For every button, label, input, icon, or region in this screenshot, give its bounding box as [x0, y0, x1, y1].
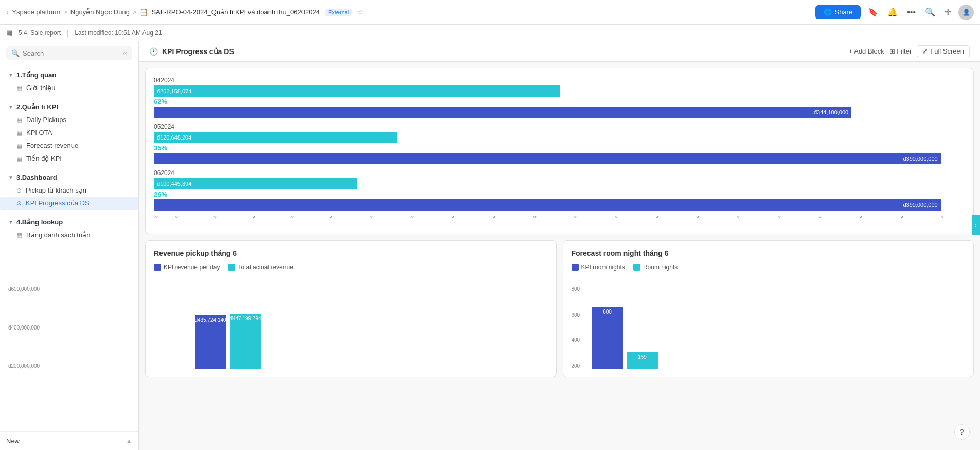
actual-bar-value: đ447,199,794: [229, 316, 261, 321]
table-icon: ▦: [16, 232, 22, 239]
group-header-bang-lookup[interactable]: ▼ 4.Bảng lookup: [0, 216, 138, 229]
sidebar-item-kpi-progress[interactable]: ⊙ KPI Progress của DS: [0, 197, 138, 210]
actual-bar-track: đ202,158,074: [154, 85, 965, 97]
y-label: 600: [572, 312, 580, 318]
group-header-quan-li-kpi[interactable]: ▼ 2.Quản lí KPI: [0, 100, 138, 113]
filter-button[interactable]: ⊞ Filter: [889, 47, 912, 55]
target-bar-value: đ390,000,000: [900, 202, 940, 208]
share-button[interactable]: 🌐 Share: [815, 5, 861, 19]
platform-link[interactable]: Yspace platform: [12, 8, 60, 16]
new-button[interactable]: New: [6, 437, 20, 445]
x-label: đ400,000,000: [940, 216, 961, 219]
star-icon[interactable]: ☆: [357, 8, 363, 16]
clock-icon: ⊙: [16, 187, 22, 194]
back-icon[interactable]: ‹: [6, 8, 9, 17]
x-label: đ140,000,000: [409, 216, 431, 219]
page-header-left: 🕐 KPI Progress của DS: [149, 47, 234, 56]
period-label: 062024: [154, 169, 965, 177]
help-button[interactable]: ?: [954, 424, 970, 440]
pct-label: 62%: [154, 98, 965, 106]
sidebar-item-pickup-khach-san[interactable]: ⊙ Pickup từ khách sạn: [0, 184, 138, 197]
group-label-tong-quan: 1.Tổng quan: [16, 71, 56, 79]
actual-bar-value: đ202,158,074: [154, 88, 194, 94]
sidebar-item-label: Bảng danh sách tuần: [26, 231, 90, 239]
legend-kpi-room: KPI room nights: [572, 264, 625, 271]
legend-label-kpi-room: KPI room nights: [581, 264, 625, 271]
avatar[interactable]: 👤: [958, 5, 974, 20]
revenue-chart-area: đ600,000,000 đ400,000,000 đ200,000,000 đ…: [154, 276, 548, 369]
search-input[interactable]: [23, 49, 120, 57]
kpi-bar-value: đ435,724,140: [194, 317, 226, 323]
sidebar-footer: New ▲: [0, 431, 138, 450]
actual-room-bar-group: 159: [627, 286, 658, 369]
sidebar-item-tien-do-kpi[interactable]: ▦ Tiến độ KPI: [0, 152, 138, 165]
sidebar-item-bang-danh-sach[interactable]: ▦ Bảng danh sách tuần: [0, 229, 138, 241]
target-bar-track: đ344,100,000: [154, 107, 965, 118]
add-block-button[interactable]: + Add Block: [849, 47, 884, 55]
sidebar-item-label: Pickup từ khách sạn: [26, 186, 86, 194]
y-label: 800: [572, 286, 580, 292]
last-modified: Last modified: 10:51 AM Aug 21: [75, 29, 162, 37]
separator: |: [67, 29, 68, 37]
actual-room-bar-value: 159: [638, 354, 647, 360]
more-icon[interactable]: •••: [905, 6, 918, 19]
doc-icon: ▦: [6, 29, 12, 37]
pct-label: 35%: [154, 144, 965, 152]
actual-room-bar: 159: [627, 352, 658, 369]
collapse-icon[interactable]: «: [123, 49, 127, 57]
fullscreen-label: Full Screen: [930, 47, 964, 55]
chevron-up-icon[interactable]: ▲: [126, 437, 132, 445]
target-bar-value: đ344,100,000: [811, 109, 851, 115]
page-title: KPI Progress của DS: [162, 47, 234, 56]
actual-bar-value: đ120,648,204: [154, 134, 194, 141]
sidebar-item-label: Tiến độ KPI: [26, 154, 62, 162]
breadcrumb-sep2: >: [133, 8, 137, 16]
main-layout: 🔍 « ▼ 1.Tổng quan ▦ Giới thiệu ▼ 2.Quản …: [0, 41, 980, 450]
sidebar-group-3: ▼ 3.Dashboard ⊙ Pickup từ khách sạn ⊙ KP…: [0, 168, 138, 213]
bar-chart-rows: 042024 đ202,158,074 62% đ344,100,000: [154, 77, 965, 211]
main-bar-chart-block: 042024 đ202,158,074 62% đ344,100,000: [145, 68, 974, 234]
sidebar-item-forecast-revenue[interactable]: ▦ Forecast revenue: [0, 139, 138, 152]
x-label: đ320,000,000: [777, 216, 798, 219]
revenue-chart-title: Revenue pickup tháng 6: [154, 249, 548, 257]
bar-row-042024: 042024 đ202,158,074 62% đ344,100,000: [154, 77, 965, 118]
group-header-tong-quan[interactable]: ▼ 1.Tổng quan: [0, 68, 138, 81]
forecast-chart-title: Forecast room night tháng 6: [572, 249, 966, 257]
x-label: đ100,000,000: [328, 216, 349, 219]
globe-icon: 🌐: [824, 8, 832, 16]
group-label-dashboard: 3.Dashboard: [16, 174, 57, 181]
x-label: đ180,000,000: [491, 216, 512, 219]
bar-row-052024: 052024 đ120,648,204 35% đ390,000,000: [154, 123, 965, 164]
fullscreen-button[interactable]: ⤢ Full Screen: [917, 45, 970, 57]
kpi-room-bar-group: 600: [592, 286, 623, 369]
sidebar-item-gioi-thieu[interactable]: ▦ Giới thiệu: [0, 81, 138, 94]
sidebar-item-kpi-ota[interactable]: ▦ KPI OTA: [0, 126, 138, 139]
user-link[interactable]: Nguyễn Ngọc Dũng: [70, 8, 130, 16]
sidebar-search-container: 🔍 «: [0, 41, 138, 65]
share-label: Share: [834, 8, 852, 16]
x-label: đ20,000,000: [174, 216, 193, 219]
right-edge-indicator[interactable]: ›: [972, 215, 980, 235]
x-label: đ240,000,000: [614, 216, 635, 219]
sidebar-item-label: Giới thiệu: [26, 84, 55, 92]
y-axis-labels: 800 600 400 200: [572, 286, 580, 369]
kpi-room-bar: 600: [592, 307, 623, 369]
actual-bar-track: đ100,445,394: [154, 178, 965, 189]
sidebar-item-daily-pickups[interactable]: ▦ Daily Pickups: [0, 113, 138, 126]
sidebar-group-4: ▼ 4.Bảng lookup ▦ Bảng danh sách tuần: [0, 213, 138, 245]
add-icon[interactable]: ✛: [942, 5, 953, 19]
table-icon: ▦: [16, 129, 22, 136]
x-label: đ80,000,000: [290, 216, 309, 219]
chevron-down-icon: ▼: [8, 72, 13, 78]
search-input-wrapper[interactable]: 🔍 «: [6, 46, 132, 60]
sidebar-group-2: ▼ 2.Quản lí KPI ▦ Daily Pickups ▦ KPI OT…: [0, 97, 138, 168]
actual-bar: đ120,648,204: [154, 132, 397, 143]
search-icon[interactable]: 🔍: [923, 5, 937, 19]
bell-icon[interactable]: 🔔: [885, 5, 900, 19]
group-header-dashboard[interactable]: ▼ 3.Dashboard: [0, 171, 138, 184]
bookmark-icon[interactable]: 🔖: [866, 5, 880, 19]
x-label: đ220,000,000: [573, 216, 594, 219]
legend-kpi-revenue: KPI revenue per day: [154, 264, 220, 271]
x-label: đ300,000,000: [736, 216, 757, 219]
edge-arrow: ›: [975, 222, 976, 228]
